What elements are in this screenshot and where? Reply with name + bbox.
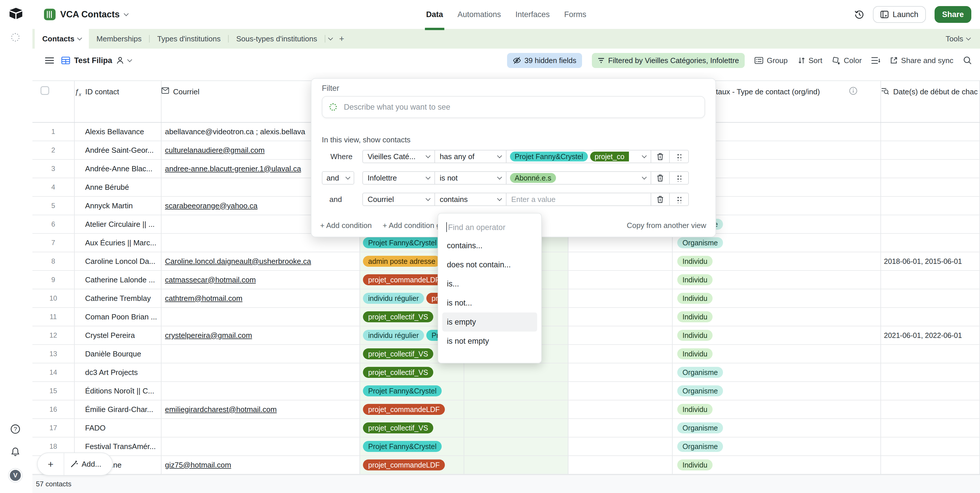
cell-infolettre[interactable] bbox=[464, 363, 568, 381]
email-link[interactable]: giz75@hotmail.com bbox=[165, 461, 231, 469]
delete-condition-button[interactable] bbox=[651, 172, 670, 184]
nav-tab-data[interactable]: Data bbox=[426, 0, 443, 29]
cell-type-de-contact[interactable]: Organisme bbox=[673, 419, 881, 437]
cell-id-contact[interactable]: Coman Poon Brian ... bbox=[75, 308, 162, 326]
cell-courriel[interactable] bbox=[162, 345, 360, 363]
cell-vieilles-categories[interactable]: projet_collectif_VS bbox=[360, 419, 464, 437]
cell-empty[interactable] bbox=[568, 252, 673, 270]
base-title-chevron-icon[interactable] bbox=[124, 11, 129, 16]
operator-select[interactable]: is not bbox=[435, 172, 506, 184]
cell-empty[interactable] bbox=[568, 437, 673, 455]
cell-id-contact[interactable]: dc3 Art Projects bbox=[75, 363, 162, 381]
table-tab-types-d-institutions[interactable]: Types d'institutions bbox=[150, 29, 228, 49]
email-link[interactable]: scarabeeorange@yahoo.ca bbox=[165, 201, 258, 210]
cell-infolettre[interactable] bbox=[464, 382, 568, 400]
operator-search-input[interactable] bbox=[447, 223, 533, 232]
describe-input[interactable] bbox=[343, 102, 697, 112]
cell-empty[interactable] bbox=[568, 345, 673, 363]
cell-courriel[interactable] bbox=[162, 382, 360, 400]
cell-type-de-contact[interactable]: Individu bbox=[673, 401, 881, 418]
operator-option-is[interactable]: is... bbox=[438, 274, 541, 293]
cell-dates-debut[interactable] bbox=[881, 345, 980, 363]
cell-id-contact[interactable]: Caroline Loncol Da... bbox=[75, 252, 162, 270]
join-select[interactable]: and bbox=[322, 171, 354, 184]
cell-empty[interactable] bbox=[568, 308, 673, 326]
cell-courriel[interactable]: catmassecar@hotmail.com bbox=[162, 271, 360, 289]
tabs-overflow-chevron-icon[interactable] bbox=[329, 37, 332, 40]
cell-type-de-contact[interactable]: Individu bbox=[673, 308, 881, 326]
cell-dates-debut[interactable]: 2021-06-01, 2022-06-01 bbox=[881, 326, 980, 344]
operator-option-is-empty[interactable]: is empty bbox=[442, 312, 537, 332]
value-input[interactable] bbox=[510, 194, 608, 205]
drag-handle[interactable] bbox=[670, 172, 688, 184]
cell-type-de-contact[interactable]: Individu bbox=[673, 271, 881, 289]
cell-id-contact[interactable]: Aux Écuries || Marc... bbox=[75, 234, 162, 252]
cell-dates-debut[interactable] bbox=[881, 215, 980, 233]
cell-empty[interactable] bbox=[568, 401, 673, 418]
operator-search[interactable] bbox=[438, 219, 541, 236]
airtable-logo-icon[interactable] bbox=[9, 8, 23, 20]
cell-dates-debut[interactable] bbox=[881, 419, 980, 437]
table-tab-contacts[interactable]: Contacts bbox=[35, 29, 89, 49]
field-select[interactable]: Courriel bbox=[363, 193, 435, 205]
drag-handle[interactable] bbox=[670, 193, 688, 205]
share-and-sync-button[interactable]: Share and sync bbox=[890, 56, 953, 65]
operator-option-does-not-contain[interactable]: does not contain... bbox=[438, 255, 541, 274]
tools-menu[interactable]: Tools bbox=[945, 35, 980, 43]
color-button[interactable]: Color bbox=[832, 56, 862, 65]
cell-courriel[interactable] bbox=[162, 363, 360, 381]
cell-vieilles-categories[interactable]: Projet Fanny&Crystel bbox=[360, 437, 464, 455]
nav-tab-automations[interactable]: Automations bbox=[458, 0, 501, 29]
cell-dates-debut[interactable] bbox=[881, 141, 980, 159]
cell-courriel[interactable] bbox=[162, 437, 360, 455]
value-select[interactable] bbox=[506, 193, 651, 205]
email-link[interactable]: cathtrem@hotmail.com bbox=[165, 294, 243, 303]
cell-id-contact[interactable]: Danièle Bourque bbox=[75, 345, 162, 363]
group-button[interactable]: Group bbox=[754, 56, 788, 65]
cell-dates-debut[interactable] bbox=[881, 271, 980, 289]
cell-vieilles-categories[interactable]: projet_commandeLDF bbox=[360, 456, 464, 474]
add-condition-button[interactable]: + Add condition bbox=[320, 221, 372, 230]
cell-id-contact[interactable]: Émilie Girard-Char... bbox=[75, 401, 162, 418]
cell-empty[interactable] bbox=[568, 271, 673, 289]
cell-empty[interactable] bbox=[568, 289, 673, 307]
cell-empty[interactable] bbox=[568, 382, 673, 400]
cell-type-de-contact[interactable]: Individu bbox=[673, 252, 881, 270]
select-all-checkbox[interactable] bbox=[41, 86, 49, 95]
cell-dates-debut[interactable] bbox=[881, 160, 980, 178]
cell-id-contact[interactable]: Andrée-Anne Blac... bbox=[75, 160, 162, 178]
cell-empty[interactable] bbox=[568, 456, 673, 474]
launch-button[interactable]: Launch bbox=[873, 6, 926, 23]
view-switcher[interactable]: Test Filipa bbox=[61, 56, 131, 65]
help-icon[interactable]: ? bbox=[10, 424, 20, 434]
nav-tab-forms[interactable]: Forms bbox=[564, 0, 586, 29]
email-link[interactable]: emiliegirardcharest@hotmail.com bbox=[165, 405, 277, 414]
nav-tab-interfaces[interactable]: Interfaces bbox=[515, 0, 550, 29]
value-select[interactable]: Abonné.e.s bbox=[506, 172, 651, 184]
column-header-id-contact[interactable]: ƒxID contact bbox=[75, 81, 162, 122]
column-header-0[interactable] bbox=[32, 81, 75, 122]
cell-id-contact[interactable]: Annyck Martin bbox=[75, 197, 162, 215]
cell-type-de-contact[interactable]: Organisme bbox=[673, 437, 881, 455]
cell-infolettre[interactable] bbox=[464, 437, 568, 455]
cell-dates-debut[interactable] bbox=[881, 382, 980, 400]
cell-infolettre[interactable] bbox=[464, 419, 568, 437]
cell-courriel[interactable] bbox=[162, 419, 360, 437]
delete-condition-button[interactable] bbox=[651, 150, 670, 162]
cell-empty[interactable] bbox=[568, 326, 673, 344]
cell-id-contact[interactable]: Catherine Lalonde ... bbox=[75, 271, 162, 289]
ai-filter-describe-input[interactable] bbox=[322, 96, 705, 118]
cell-type-de-contact[interactable]: Individu bbox=[673, 289, 881, 307]
email-link[interactable]: catmassecar@hotmail.com bbox=[165, 275, 256, 285]
add-table-icon[interactable]: + bbox=[339, 34, 344, 44]
cell-type-de-contact[interactable]: Individu bbox=[673, 345, 881, 363]
field-select[interactable]: Vieilles Caté... bbox=[363, 150, 435, 162]
base-icon[interactable] bbox=[44, 9, 56, 20]
cell-courriel[interactable]: giz75@hotmail.com bbox=[162, 456, 360, 474]
cell-infolettre[interactable] bbox=[464, 456, 568, 474]
cell-dates-debut[interactable] bbox=[881, 363, 980, 381]
cell-type-de-contact[interactable]: Individu bbox=[673, 326, 881, 344]
email-link[interactable]: crystelpereira@gmail.com bbox=[165, 331, 252, 340]
operator-option-is-not[interactable]: is not... bbox=[438, 293, 541, 312]
operator-option-contains[interactable]: contains... bbox=[438, 236, 541, 255]
